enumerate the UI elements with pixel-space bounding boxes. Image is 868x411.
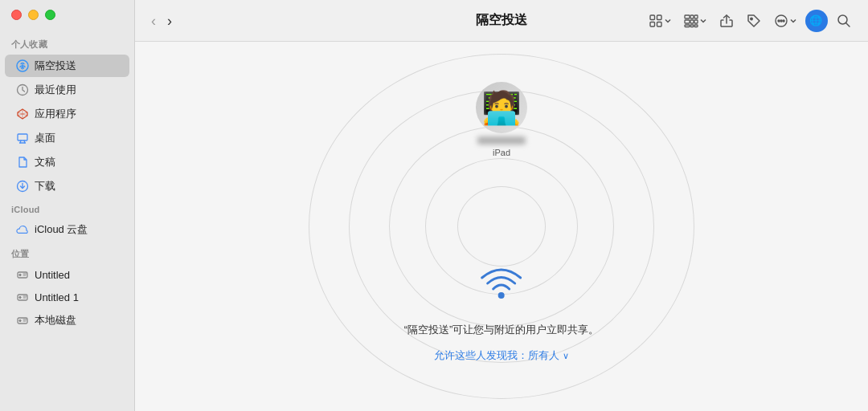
sidebar-item-icloud-drive-label: iCloud 云盘 <box>35 222 88 237</box>
back-button[interactable]: ‹ <box>148 12 159 30</box>
svg-rect-28 <box>685 15 690 18</box>
traffic-lights <box>11 10 55 20</box>
svg-rect-24 <box>650 15 655 20</box>
minimize-button[interactable] <box>28 10 39 20</box>
device-name-blurred <box>477 136 526 144</box>
documents-icon <box>16 156 29 169</box>
sidebar-item-airdrop[interactable]: 隔空投送 <box>5 55 129 77</box>
sidebar-item-apps[interactable]: 应用程序 <box>5 103 129 125</box>
profile-icon: 🌐 <box>809 14 822 26</box>
svg-rect-36 <box>694 25 698 27</box>
sidebar-item-recents[interactable]: 最近使用 <box>5 79 129 101</box>
svg-rect-35 <box>690 25 694 27</box>
profile-button[interactable]: 🌐 <box>805 10 828 32</box>
recents-icon <box>16 83 29 96</box>
discovery-link[interactable]: 允许这些人发现我：所有人 ∨ <box>434 348 569 363</box>
sidebar-item-untitled1-label: Untitled 1 <box>35 291 79 303</box>
device-label: iPad <box>493 148 510 157</box>
svg-point-40 <box>780 20 782 22</box>
sidebar-item-downloads-label: 下载 <box>35 179 55 193</box>
avatar: 🧑‍💻 <box>476 82 527 133</box>
svg-point-41 <box>783 20 784 22</box>
sidebar-item-icloud-drive[interactable]: iCloud 云盘 <box>5 218 129 241</box>
grid-chevron-icon <box>665 18 671 24</box>
svg-rect-32 <box>690 20 694 23</box>
sidebar-item-recents-label: 最近使用 <box>35 83 76 97</box>
svg-rect-25 <box>657 15 662 20</box>
search-icon <box>837 14 851 28</box>
svg-rect-27 <box>657 22 662 26</box>
discovery-chevron: ∨ <box>563 351 569 361</box>
untitled-drive-icon <box>16 268 29 281</box>
list-view-button[interactable] <box>680 10 710 31</box>
airdrop-icon <box>16 59 29 72</box>
sidebar: 个人收藏 隔空投送 最近使用 <box>0 0 135 411</box>
search-button[interactable] <box>833 10 855 31</box>
airdrop-center-section: “隔空投送”可让您与附近的用户立即共享。 允许这些人发现我：所有人 ∨ <box>404 260 600 363</box>
icloud-drive-icon <box>16 223 29 236</box>
grid-view-button[interactable] <box>645 10 675 31</box>
desktop-icon <box>16 132 29 144</box>
more-button[interactable] <box>770 10 800 31</box>
svg-rect-6 <box>18 134 27 140</box>
svg-point-39 <box>778 20 780 22</box>
airdrop-center-icon <box>476 260 527 311</box>
sidebar-item-documents-label: 文稿 <box>35 155 55 169</box>
share-button[interactable] <box>715 10 738 31</box>
share-icon <box>719 14 734 28</box>
toolbar-right: 🌐 <box>645 10 855 32</box>
ipad-device: 🧑‍💻 iPad <box>476 82 527 157</box>
svg-line-43 <box>846 22 850 26</box>
local-disk-icon <box>16 314 29 327</box>
maximize-button[interactable] <box>45 10 55 20</box>
sidebar-section-locations: 位置 <box>0 242 134 263</box>
untitled1-drive-icon <box>16 291 29 303</box>
toolbar: ‹ › 隔空投送 <box>135 0 868 42</box>
sidebar-item-untitled[interactable]: Untitled <box>5 264 129 285</box>
sidebar-item-untitled-label: Untitled <box>35 269 70 281</box>
svg-rect-34 <box>685 25 690 27</box>
forward-button[interactable]: › <box>164 12 175 30</box>
svg-point-44 <box>498 292 505 299</box>
svg-point-37 <box>751 18 752 19</box>
list-chevron-icon <box>700 18 706 24</box>
main-content: ‹ › 隔空投送 <box>135 0 868 411</box>
svg-rect-31 <box>685 20 690 23</box>
sidebar-item-local-disk-label: 本地磁盘 <box>35 313 76 328</box>
airdrop-description: “隔空投送”可让您与附近的用户立即共享。 <box>404 323 600 337</box>
svg-point-21 <box>19 319 21 321</box>
svg-point-17 <box>19 296 21 298</box>
tag-button[interactable] <box>743 10 765 31</box>
more-chevron-icon <box>790 18 796 24</box>
sidebar-item-desktop[interactable]: 桌面 <box>5 127 129 149</box>
tag-icon <box>747 14 761 28</box>
sidebar-item-airdrop-label: 隔空投送 <box>35 59 76 73</box>
svg-rect-29 <box>690 15 694 18</box>
discovery-label-text: 允许这些人发现我：所有人 <box>434 349 559 361</box>
sidebar-item-downloads[interactable]: 下载 <box>5 175 129 197</box>
sidebar-item-untitled1[interactable]: Untitled 1 <box>5 287 129 307</box>
svg-rect-33 <box>694 20 698 23</box>
sidebar-section-icloud: iCloud <box>0 198 134 218</box>
svg-point-13 <box>19 274 21 275</box>
nav-buttons: ‹ › <box>148 12 175 30</box>
sidebar-item-desktop-label: 桌面 <box>35 131 55 145</box>
close-button[interactable] <box>11 10 22 20</box>
svg-rect-26 <box>650 22 655 26</box>
sidebar-item-local-disk[interactable]: 本地磁盘 <box>5 309 129 332</box>
apps-icon <box>16 108 29 120</box>
svg-rect-30 <box>694 15 698 18</box>
more-icon <box>774 14 788 28</box>
sidebar-item-apps-label: 应用程序 <box>35 107 76 121</box>
sidebar-item-documents[interactable]: 文稿 <box>5 151 129 173</box>
airdrop-content: 🧑‍💻 iPad “隔空投送”可让您与附近的用户立即共享。 允许这些人发现我：所… <box>135 42 868 411</box>
list-icon <box>684 14 698 28</box>
downloads-icon <box>16 180 29 193</box>
grid-icon <box>649 14 663 28</box>
page-title: 隔空投送 <box>476 12 527 29</box>
sidebar-section-favorites: 个人收藏 <box>0 32 134 54</box>
